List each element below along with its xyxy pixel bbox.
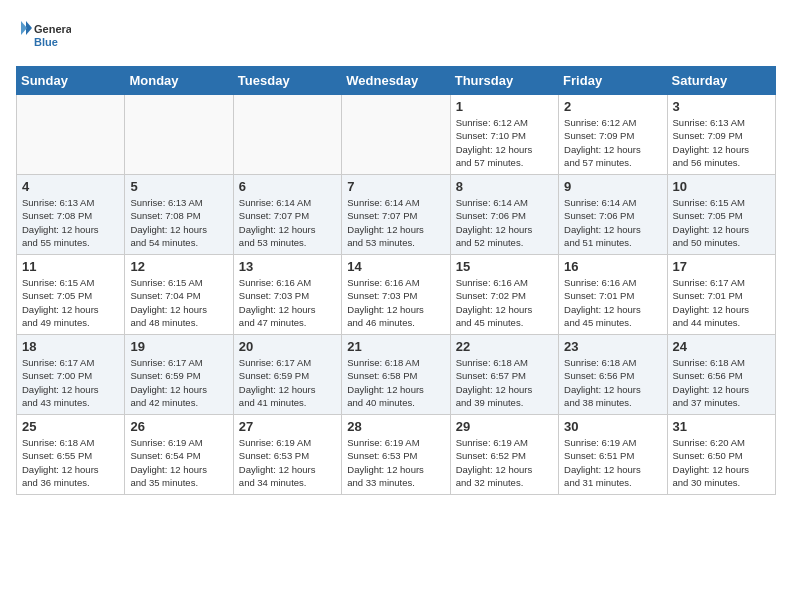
day-info: Sunrise: 6:18 AM Sunset: 6:56 PM Dayligh…	[673, 356, 770, 409]
day-number: 20	[239, 339, 336, 354]
day-info: Sunrise: 6:19 AM Sunset: 6:51 PM Dayligh…	[564, 436, 661, 489]
day-number: 18	[22, 339, 119, 354]
week-row-5: 25Sunrise: 6:18 AM Sunset: 6:55 PM Dayli…	[17, 415, 776, 495]
day-number: 24	[673, 339, 770, 354]
calendar-cell: 5Sunrise: 6:13 AM Sunset: 7:08 PM Daylig…	[125, 175, 233, 255]
day-number: 21	[347, 339, 444, 354]
day-info: Sunrise: 6:19 AM Sunset: 6:52 PM Dayligh…	[456, 436, 553, 489]
weekday-header-wednesday: Wednesday	[342, 67, 450, 95]
day-info: Sunrise: 6:17 AM Sunset: 7:00 PM Dayligh…	[22, 356, 119, 409]
calendar-cell: 12Sunrise: 6:15 AM Sunset: 7:04 PM Dayli…	[125, 255, 233, 335]
calendar-cell: 3Sunrise: 6:13 AM Sunset: 7:09 PM Daylig…	[667, 95, 775, 175]
day-info: Sunrise: 6:16 AM Sunset: 7:01 PM Dayligh…	[564, 276, 661, 329]
calendar-cell: 22Sunrise: 6:18 AM Sunset: 6:57 PM Dayli…	[450, 335, 558, 415]
day-number: 19	[130, 339, 227, 354]
calendar-cell: 11Sunrise: 6:15 AM Sunset: 7:05 PM Dayli…	[17, 255, 125, 335]
week-row-2: 4Sunrise: 6:13 AM Sunset: 7:08 PM Daylig…	[17, 175, 776, 255]
day-info: Sunrise: 6:18 AM Sunset: 6:58 PM Dayligh…	[347, 356, 444, 409]
svg-text:General: General	[34, 23, 71, 35]
day-number: 16	[564, 259, 661, 274]
calendar-cell: 26Sunrise: 6:19 AM Sunset: 6:54 PM Dayli…	[125, 415, 233, 495]
day-number: 30	[564, 419, 661, 434]
day-number: 10	[673, 179, 770, 194]
day-number: 8	[456, 179, 553, 194]
day-info: Sunrise: 6:18 AM Sunset: 6:56 PM Dayligh…	[564, 356, 661, 409]
day-info: Sunrise: 6:16 AM Sunset: 7:03 PM Dayligh…	[239, 276, 336, 329]
calendar-cell	[342, 95, 450, 175]
calendar-cell: 24Sunrise: 6:18 AM Sunset: 6:56 PM Dayli…	[667, 335, 775, 415]
day-info: Sunrise: 6:14 AM Sunset: 7:06 PM Dayligh…	[564, 196, 661, 249]
calendar-cell	[125, 95, 233, 175]
day-number: 5	[130, 179, 227, 194]
day-number: 31	[673, 419, 770, 434]
day-info: Sunrise: 6:15 AM Sunset: 7:04 PM Dayligh…	[130, 276, 227, 329]
calendar-cell	[233, 95, 341, 175]
day-number: 22	[456, 339, 553, 354]
day-number: 2	[564, 99, 661, 114]
day-number: 12	[130, 259, 227, 274]
day-number: 1	[456, 99, 553, 114]
page-header: General Blue	[16, 16, 776, 56]
calendar-cell: 8Sunrise: 6:14 AM Sunset: 7:06 PM Daylig…	[450, 175, 558, 255]
calendar-cell: 20Sunrise: 6:17 AM Sunset: 6:59 PM Dayli…	[233, 335, 341, 415]
day-info: Sunrise: 6:15 AM Sunset: 7:05 PM Dayligh…	[673, 196, 770, 249]
weekday-header-row: SundayMondayTuesdayWednesdayThursdayFrid…	[17, 67, 776, 95]
day-info: Sunrise: 6:16 AM Sunset: 7:03 PM Dayligh…	[347, 276, 444, 329]
day-number: 3	[673, 99, 770, 114]
weekday-header-sunday: Sunday	[17, 67, 125, 95]
calendar-cell: 9Sunrise: 6:14 AM Sunset: 7:06 PM Daylig…	[559, 175, 667, 255]
logo-svg: General Blue	[16, 16, 71, 56]
weekday-header-tuesday: Tuesday	[233, 67, 341, 95]
day-info: Sunrise: 6:14 AM Sunset: 7:06 PM Dayligh…	[456, 196, 553, 249]
calendar-cell	[17, 95, 125, 175]
calendar-cell: 15Sunrise: 6:16 AM Sunset: 7:02 PM Dayli…	[450, 255, 558, 335]
day-info: Sunrise: 6:18 AM Sunset: 6:55 PM Dayligh…	[22, 436, 119, 489]
day-info: Sunrise: 6:12 AM Sunset: 7:09 PM Dayligh…	[564, 116, 661, 169]
day-info: Sunrise: 6:14 AM Sunset: 7:07 PM Dayligh…	[347, 196, 444, 249]
calendar-cell: 25Sunrise: 6:18 AM Sunset: 6:55 PM Dayli…	[17, 415, 125, 495]
day-info: Sunrise: 6:19 AM Sunset: 6:54 PM Dayligh…	[130, 436, 227, 489]
weekday-header-thursday: Thursday	[450, 67, 558, 95]
day-info: Sunrise: 6:13 AM Sunset: 7:08 PM Dayligh…	[130, 196, 227, 249]
calendar-cell: 30Sunrise: 6:19 AM Sunset: 6:51 PM Dayli…	[559, 415, 667, 495]
day-info: Sunrise: 6:12 AM Sunset: 7:10 PM Dayligh…	[456, 116, 553, 169]
day-number: 4	[22, 179, 119, 194]
week-row-4: 18Sunrise: 6:17 AM Sunset: 7:00 PM Dayli…	[17, 335, 776, 415]
calendar-cell: 23Sunrise: 6:18 AM Sunset: 6:56 PM Dayli…	[559, 335, 667, 415]
calendar-cell: 13Sunrise: 6:16 AM Sunset: 7:03 PM Dayli…	[233, 255, 341, 335]
day-info: Sunrise: 6:13 AM Sunset: 7:08 PM Dayligh…	[22, 196, 119, 249]
calendar-cell: 10Sunrise: 6:15 AM Sunset: 7:05 PM Dayli…	[667, 175, 775, 255]
day-number: 11	[22, 259, 119, 274]
calendar-cell: 19Sunrise: 6:17 AM Sunset: 6:59 PM Dayli…	[125, 335, 233, 415]
day-number: 9	[564, 179, 661, 194]
calendar-cell: 7Sunrise: 6:14 AM Sunset: 7:07 PM Daylig…	[342, 175, 450, 255]
calendar-cell: 4Sunrise: 6:13 AM Sunset: 7:08 PM Daylig…	[17, 175, 125, 255]
calendar-cell: 28Sunrise: 6:19 AM Sunset: 6:53 PM Dayli…	[342, 415, 450, 495]
day-info: Sunrise: 6:14 AM Sunset: 7:07 PM Dayligh…	[239, 196, 336, 249]
weekday-header-saturday: Saturday	[667, 67, 775, 95]
day-number: 23	[564, 339, 661, 354]
logo: General Blue	[16, 16, 71, 56]
calendar-cell: 18Sunrise: 6:17 AM Sunset: 7:00 PM Dayli…	[17, 335, 125, 415]
day-info: Sunrise: 6:18 AM Sunset: 6:57 PM Dayligh…	[456, 356, 553, 409]
calendar-table: SundayMondayTuesdayWednesdayThursdayFrid…	[16, 66, 776, 495]
calendar-cell: 17Sunrise: 6:17 AM Sunset: 7:01 PM Dayli…	[667, 255, 775, 335]
day-info: Sunrise: 6:15 AM Sunset: 7:05 PM Dayligh…	[22, 276, 119, 329]
calendar-cell: 16Sunrise: 6:16 AM Sunset: 7:01 PM Dayli…	[559, 255, 667, 335]
day-info: Sunrise: 6:17 AM Sunset: 6:59 PM Dayligh…	[130, 356, 227, 409]
day-info: Sunrise: 6:13 AM Sunset: 7:09 PM Dayligh…	[673, 116, 770, 169]
day-info: Sunrise: 6:16 AM Sunset: 7:02 PM Dayligh…	[456, 276, 553, 329]
weekday-header-monday: Monday	[125, 67, 233, 95]
day-number: 7	[347, 179, 444, 194]
weekday-header-friday: Friday	[559, 67, 667, 95]
day-number: 15	[456, 259, 553, 274]
calendar-cell: 6Sunrise: 6:14 AM Sunset: 7:07 PM Daylig…	[233, 175, 341, 255]
day-number: 6	[239, 179, 336, 194]
calendar-cell: 14Sunrise: 6:16 AM Sunset: 7:03 PM Dayli…	[342, 255, 450, 335]
day-info: Sunrise: 6:19 AM Sunset: 6:53 PM Dayligh…	[239, 436, 336, 489]
day-number: 25	[22, 419, 119, 434]
day-info: Sunrise: 6:20 AM Sunset: 6:50 PM Dayligh…	[673, 436, 770, 489]
day-number: 29	[456, 419, 553, 434]
day-number: 14	[347, 259, 444, 274]
calendar-cell: 31Sunrise: 6:20 AM Sunset: 6:50 PM Dayli…	[667, 415, 775, 495]
